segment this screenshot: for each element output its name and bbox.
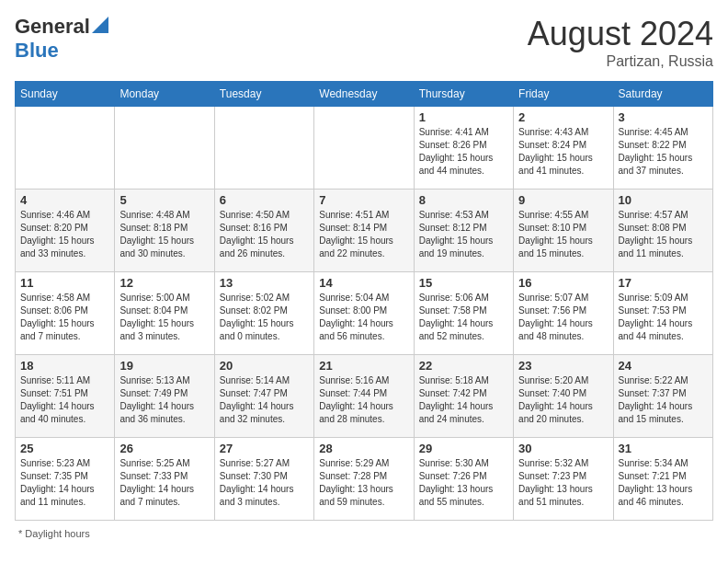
day-info: Sunrise: 5:13 AM Sunset: 7:49 PM Dayligh…: [119, 374, 209, 426]
calendar-cell: 3Sunrise: 4:45 AM Sunset: 8:22 PM Daylig…: [613, 107, 712, 190]
day-info: Sunrise: 5:22 AM Sunset: 7:37 PM Dayligh…: [619, 374, 708, 426]
day-number: 13: [220, 276, 309, 290]
day-number: 20: [220, 359, 309, 373]
day-info: Sunrise: 5:32 AM Sunset: 7:23 PM Dayligh…: [518, 457, 608, 509]
calendar-cell: 30Sunrise: 5:32 AM Sunset: 7:23 PM Dayli…: [514, 438, 613, 521]
day-info: Sunrise: 5:29 AM Sunset: 7:28 PM Dayligh…: [319, 457, 408, 509]
day-number: 24: [619, 359, 708, 373]
day-info: Sunrise: 4:48 AM Sunset: 8:18 PM Dayligh…: [119, 209, 209, 260]
calendar-cell: 5Sunrise: 4:48 AM Sunset: 8:18 PM Daylig…: [115, 190, 214, 272]
day-number: 18: [20, 359, 109, 373]
day-info: Sunrise: 4:58 AM Sunset: 8:06 PM Dayligh…: [20, 292, 109, 343]
col-tuesday: Tuesday: [214, 82, 313, 107]
calendar-cell: 24Sunrise: 5:22 AM Sunset: 7:37 PM Dayli…: [613, 355, 712, 438]
day-info: Sunrise: 4:57 AM Sunset: 8:08 PM Dayligh…: [619, 209, 708, 260]
col-saturday: Saturday: [613, 82, 712, 107]
day-info: Sunrise: 5:23 AM Sunset: 7:35 PM Dayligh…: [20, 457, 109, 509]
calendar-header-row: Sunday Monday Tuesday Wednesday Thursday…: [16, 82, 713, 107]
day-info: Sunrise: 5:14 AM Sunset: 7:47 PM Dayligh…: [220, 374, 309, 426]
day-info: Sunrise: 4:41 AM Sunset: 8:26 PM Dayligh…: [419, 126, 508, 178]
col-wednesday: Wednesday: [314, 82, 414, 107]
day-info: Sunrise: 5:07 AM Sunset: 7:56 PM Dayligh…: [518, 292, 608, 343]
day-info: Sunrise: 5:18 AM Sunset: 7:42 PM Dayligh…: [419, 374, 508, 426]
calendar-cell: 22Sunrise: 5:18 AM Sunset: 7:42 PM Dayli…: [414, 355, 513, 438]
calendar-cell: 9Sunrise: 4:55 AM Sunset: 8:10 PM Daylig…: [514, 190, 613, 272]
calendar-cell: 27Sunrise: 5:27 AM Sunset: 7:30 PM Dayli…: [214, 438, 313, 521]
day-number: 5: [119, 193, 209, 207]
day-number: 12: [119, 276, 209, 290]
calendar-cell: 20Sunrise: 5:14 AM Sunset: 7:47 PM Dayli…: [214, 355, 313, 438]
day-number: 27: [220, 442, 309, 455]
calendar-cell: 15Sunrise: 5:06 AM Sunset: 7:58 PM Dayli…: [414, 272, 513, 355]
calendar-cell: 31Sunrise: 5:34 AM Sunset: 7:21 PM Dayli…: [613, 438, 712, 521]
calendar-week-row: 25Sunrise: 5:23 AM Sunset: 7:35 PM Dayli…: [16, 438, 713, 521]
day-info: Sunrise: 5:04 AM Sunset: 8:00 PM Dayligh…: [319, 292, 408, 343]
calendar-cell: 4Sunrise: 4:46 AM Sunset: 8:20 PM Daylig…: [16, 190, 115, 272]
title-block: August 2024 Partizan, Russia: [528, 15, 713, 70]
day-number: 19: [119, 359, 209, 373]
logo-text-general: General: [15, 15, 90, 39]
day-number: 17: [619, 276, 708, 290]
day-number: 11: [20, 276, 109, 290]
day-info: Sunrise: 5:27 AM Sunset: 7:30 PM Dayligh…: [220, 457, 309, 509]
calendar-cell: [16, 107, 115, 190]
month-year-title: August 2024: [528, 15, 713, 53]
calendar-cell: 13Sunrise: 5:02 AM Sunset: 8:02 PM Dayli…: [214, 272, 313, 355]
calendar-week-row: 1Sunrise: 4:41 AM Sunset: 8:26 PM Daylig…: [16, 107, 713, 190]
day-number: 8: [419, 193, 508, 207]
day-number: 16: [518, 276, 608, 290]
logo-text-blue: Blue: [15, 39, 59, 62]
calendar-week-row: 18Sunrise: 5:11 AM Sunset: 7:51 PM Dayli…: [16, 355, 713, 438]
logo-triangle-icon: [92, 17, 108, 33]
day-number: 21: [319, 359, 408, 373]
day-info: Sunrise: 4:43 AM Sunset: 8:24 PM Dayligh…: [518, 126, 608, 178]
day-info: Sunrise: 5:02 AM Sunset: 8:02 PM Dayligh…: [220, 292, 309, 343]
calendar-cell: 11Sunrise: 4:58 AM Sunset: 8:06 PM Dayli…: [16, 272, 115, 355]
day-number: 2: [518, 110, 608, 124]
day-number: 31: [619, 442, 708, 455]
calendar-cell: 12Sunrise: 5:00 AM Sunset: 8:04 PM Dayli…: [115, 272, 214, 355]
day-info: Sunrise: 4:46 AM Sunset: 8:20 PM Dayligh…: [20, 209, 109, 260]
calendar-cell: 21Sunrise: 5:16 AM Sunset: 7:44 PM Dayli…: [314, 355, 414, 438]
calendar-week-row: 11Sunrise: 4:58 AM Sunset: 8:06 PM Dayli…: [16, 272, 713, 355]
calendar-cell: [314, 107, 414, 190]
day-info: Sunrise: 5:25 AM Sunset: 7:33 PM Dayligh…: [119, 457, 209, 509]
calendar-cell: 2Sunrise: 4:43 AM Sunset: 8:24 PM Daylig…: [514, 107, 613, 190]
day-number: 26: [119, 442, 209, 455]
calendar-cell: 17Sunrise: 5:09 AM Sunset: 7:53 PM Dayli…: [613, 272, 712, 355]
calendar-cell: 25Sunrise: 5:23 AM Sunset: 7:35 PM Dayli…: [16, 438, 115, 521]
calendar-cell: 19Sunrise: 5:13 AM Sunset: 7:49 PM Dayli…: [115, 355, 214, 438]
day-info: Sunrise: 5:11 AM Sunset: 7:51 PM Dayligh…: [20, 374, 109, 426]
day-info: Sunrise: 5:20 AM Sunset: 7:40 PM Dayligh…: [518, 374, 608, 426]
day-info: Sunrise: 5:00 AM Sunset: 8:04 PM Dayligh…: [119, 292, 209, 343]
day-number: 4: [20, 193, 109, 207]
day-info: Sunrise: 5:30 AM Sunset: 7:26 PM Dayligh…: [419, 457, 508, 509]
day-number: 30: [518, 442, 608, 455]
calendar-cell: 18Sunrise: 5:11 AM Sunset: 7:51 PM Dayli…: [16, 355, 115, 438]
calendar-cell: 23Sunrise: 5:20 AM Sunset: 7:40 PM Dayli…: [514, 355, 613, 438]
day-number: 15: [419, 276, 508, 290]
day-info: Sunrise: 4:50 AM Sunset: 8:16 PM Dayligh…: [220, 209, 309, 260]
calendar-cell: 10Sunrise: 4:57 AM Sunset: 8:08 PM Dayli…: [613, 190, 712, 272]
day-number: 6: [220, 193, 309, 207]
calendar-cell: [115, 107, 214, 190]
day-info: Sunrise: 4:51 AM Sunset: 8:14 PM Dayligh…: [319, 209, 408, 260]
day-number: 1: [419, 110, 508, 124]
day-info: Sunrise: 5:16 AM Sunset: 7:44 PM Dayligh…: [319, 374, 408, 426]
calendar-table: Sunday Monday Tuesday Wednesday Thursday…: [15, 81, 713, 521]
day-info: Sunrise: 4:53 AM Sunset: 8:12 PM Dayligh…: [419, 209, 508, 260]
col-thursday: Thursday: [414, 82, 513, 107]
logo: General Blue: [15, 15, 108, 63]
day-info: Sunrise: 5:34 AM Sunset: 7:21 PM Dayligh…: [619, 457, 708, 509]
calendar-cell: 1Sunrise: 4:41 AM Sunset: 8:26 PM Daylig…: [414, 107, 513, 190]
location-subtitle: Partizan, Russia: [528, 53, 713, 70]
calendar-cell: 16Sunrise: 5:07 AM Sunset: 7:56 PM Dayli…: [514, 272, 613, 355]
calendar-cell: 8Sunrise: 4:53 AM Sunset: 8:12 PM Daylig…: [414, 190, 513, 272]
footer-note: * Daylight hours: [15, 528, 713, 539]
day-number: 10: [619, 193, 708, 207]
col-sunday: Sunday: [16, 82, 115, 107]
day-info: Sunrise: 4:45 AM Sunset: 8:22 PM Dayligh…: [619, 126, 708, 178]
calendar-cell: 6Sunrise: 4:50 AM Sunset: 8:16 PM Daylig…: [214, 190, 313, 272]
day-number: 29: [419, 442, 508, 455]
day-info: Sunrise: 5:09 AM Sunset: 7:53 PM Dayligh…: [619, 292, 708, 343]
